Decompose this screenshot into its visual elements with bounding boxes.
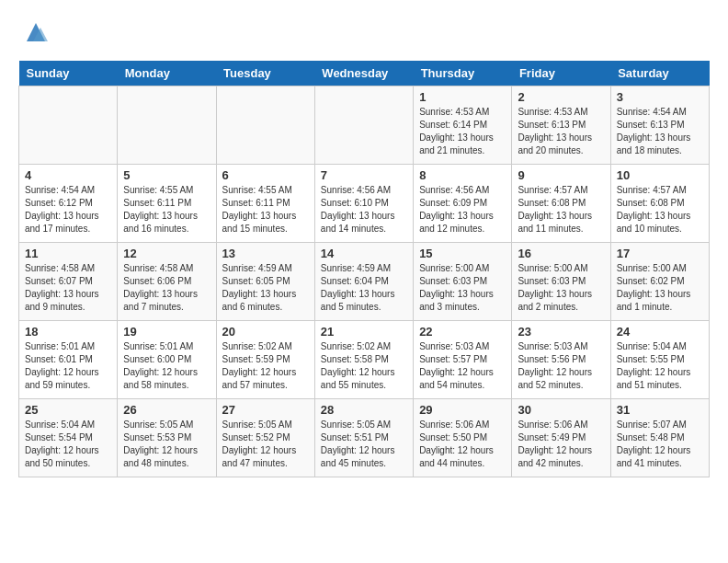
day-number: 28 (321, 403, 407, 417)
calendar-cell: 12Sunrise: 4:58 AM Sunset: 6:06 PM Dayli… (118, 243, 216, 321)
calendar-cell: 30Sunrise: 5:06 AM Sunset: 5:49 PM Dayli… (512, 399, 610, 477)
day-info: Sunrise: 4:53 AM Sunset: 6:13 PM Dayligh… (518, 106, 604, 157)
day-number: 7 (321, 168, 407, 182)
day-number: 10 (617, 168, 703, 182)
day-info: Sunrise: 4:58 AM Sunset: 6:06 PM Dayligh… (123, 262, 210, 314)
day-number: 30 (518, 403, 604, 417)
calendar-cell (314, 86, 413, 165)
day-info: Sunrise: 5:00 AM Sunset: 6:03 PM Dayligh… (518, 262, 604, 314)
calendar-week-row: 18Sunrise: 5:01 AM Sunset: 6:01 PM Dayli… (19, 321, 710, 399)
calendar-cell: 18Sunrise: 5:01 AM Sunset: 6:01 PM Dayli… (19, 321, 118, 399)
day-number: 25 (25, 403, 111, 417)
day-info: Sunrise: 4:56 AM Sunset: 6:09 PM Dayligh… (419, 184, 506, 236)
day-info: Sunrise: 4:59 AM Sunset: 6:05 PM Dayligh… (222, 262, 309, 314)
calendar-cell: 11Sunrise: 4:58 AM Sunset: 6:07 PM Dayli… (19, 243, 118, 321)
calendar-cell: 1Sunrise: 4:53 AM Sunset: 6:14 PM Daylig… (414, 86, 512, 165)
day-number: 29 (419, 403, 506, 417)
calendar-cell: 27Sunrise: 5:05 AM Sunset: 5:52 PM Dayli… (216, 399, 314, 477)
calendar-week-row: 11Sunrise: 4:58 AM Sunset: 6:07 PM Dayli… (19, 243, 710, 321)
page-header (18, 18, 710, 46)
calendar-cell: 24Sunrise: 5:04 AM Sunset: 5:55 PM Dayli… (610, 321, 709, 399)
calendar-cell: 23Sunrise: 5:03 AM Sunset: 5:56 PM Dayli… (512, 321, 610, 399)
weekday-header-saturday: Saturday (610, 61, 709, 86)
calendar-cell: 29Sunrise: 5:06 AM Sunset: 5:50 PM Dayli… (414, 399, 512, 477)
calendar-cell: 20Sunrise: 5:02 AM Sunset: 5:59 PM Dayli… (216, 321, 314, 399)
day-number: 16 (518, 247, 604, 260)
day-info: Sunrise: 5:04 AM Sunset: 5:54 PM Dayligh… (25, 419, 111, 470)
calendar-cell (216, 86, 314, 165)
day-number: 15 (419, 247, 506, 260)
calendar-week-row: 25Sunrise: 5:04 AM Sunset: 5:54 PM Dayli… (19, 399, 710, 477)
calendar-cell (19, 86, 118, 165)
weekday-header-friday: Friday (512, 61, 610, 86)
calendar-cell: 14Sunrise: 4:59 AM Sunset: 6:04 PM Dayli… (314, 243, 413, 321)
day-number: 8 (419, 168, 506, 182)
day-info: Sunrise: 5:07 AM Sunset: 5:48 PM Dayligh… (617, 419, 703, 470)
logo-icon (22, 18, 50, 46)
day-number: 3 (617, 90, 703, 104)
day-info: Sunrise: 5:02 AM Sunset: 5:59 PM Dayligh… (222, 340, 309, 392)
day-info: Sunrise: 5:01 AM Sunset: 6:01 PM Dayligh… (25, 340, 111, 392)
day-info: Sunrise: 5:05 AM Sunset: 5:51 PM Dayligh… (321, 419, 407, 470)
calendar-cell (118, 86, 216, 165)
calendar-cell: 9Sunrise: 4:57 AM Sunset: 6:08 PM Daylig… (512, 165, 610, 243)
day-number: 26 (123, 403, 210, 417)
calendar-table: SundayMondayTuesdayWednesdayThursdayFrid… (18, 61, 710, 477)
day-info: Sunrise: 5:06 AM Sunset: 5:50 PM Dayligh… (419, 419, 506, 470)
calendar-cell: 2Sunrise: 4:53 AM Sunset: 6:13 PM Daylig… (512, 86, 610, 165)
day-info: Sunrise: 5:05 AM Sunset: 5:52 PM Dayligh… (222, 419, 309, 470)
day-number: 24 (617, 325, 703, 339)
day-info: Sunrise: 5:02 AM Sunset: 5:58 PM Dayligh… (321, 340, 407, 392)
day-number: 1 (419, 90, 506, 104)
day-number: 18 (25, 325, 111, 339)
calendar-cell: 25Sunrise: 5:04 AM Sunset: 5:54 PM Dayli… (19, 399, 118, 477)
calendar-cell: 10Sunrise: 4:57 AM Sunset: 6:08 PM Dayli… (610, 165, 709, 243)
day-number: 6 (222, 168, 309, 182)
calendar-cell: 31Sunrise: 5:07 AM Sunset: 5:48 PM Dayli… (610, 399, 709, 477)
day-info: Sunrise: 5:06 AM Sunset: 5:49 PM Dayligh… (518, 419, 604, 470)
day-number: 22 (419, 325, 506, 339)
day-number: 13 (222, 247, 309, 260)
day-number: 11 (25, 247, 111, 260)
day-info: Sunrise: 4:58 AM Sunset: 6:07 PM Dayligh… (25, 262, 111, 314)
calendar-cell: 16Sunrise: 5:00 AM Sunset: 6:03 PM Dayli… (512, 243, 610, 321)
day-info: Sunrise: 4:59 AM Sunset: 6:04 PM Dayligh… (321, 262, 407, 314)
day-info: Sunrise: 4:53 AM Sunset: 6:14 PM Dayligh… (419, 106, 506, 157)
calendar-cell: 28Sunrise: 5:05 AM Sunset: 5:51 PM Dayli… (314, 399, 413, 477)
day-info: Sunrise: 4:57 AM Sunset: 6:08 PM Dayligh… (617, 184, 703, 236)
day-info: Sunrise: 5:03 AM Sunset: 5:57 PM Dayligh… (419, 340, 506, 392)
logo (18, 18, 50, 46)
weekday-header-tuesday: Tuesday (216, 61, 314, 86)
day-info: Sunrise: 4:54 AM Sunset: 6:13 PM Dayligh… (617, 106, 703, 157)
calendar-cell: 5Sunrise: 4:55 AM Sunset: 6:11 PM Daylig… (118, 165, 216, 243)
calendar-cell: 17Sunrise: 5:00 AM Sunset: 6:02 PM Dayli… (610, 243, 709, 321)
calendar-header-row: SundayMondayTuesdayWednesdayThursdayFrid… (19, 61, 710, 86)
day-number: 27 (222, 403, 309, 417)
day-info: Sunrise: 4:56 AM Sunset: 6:10 PM Dayligh… (321, 184, 407, 236)
calendar-cell: 4Sunrise: 4:54 AM Sunset: 6:12 PM Daylig… (19, 165, 118, 243)
day-info: Sunrise: 4:57 AM Sunset: 6:08 PM Dayligh… (518, 184, 604, 236)
day-info: Sunrise: 5:00 AM Sunset: 6:03 PM Dayligh… (419, 262, 506, 314)
day-number: 5 (123, 168, 210, 182)
calendar-cell: 7Sunrise: 4:56 AM Sunset: 6:10 PM Daylig… (314, 165, 413, 243)
day-number: 2 (518, 90, 604, 104)
day-info: Sunrise: 5:05 AM Sunset: 5:53 PM Dayligh… (123, 419, 210, 470)
day-number: 19 (123, 325, 210, 339)
day-number: 31 (617, 403, 703, 417)
calendar-cell: 15Sunrise: 5:00 AM Sunset: 6:03 PM Dayli… (414, 243, 512, 321)
day-number: 17 (617, 247, 703, 260)
day-info: Sunrise: 5:01 AM Sunset: 6:00 PM Dayligh… (123, 340, 210, 392)
calendar-week-row: 1Sunrise: 4:53 AM Sunset: 6:14 PM Daylig… (19, 86, 710, 165)
day-number: 23 (518, 325, 604, 339)
calendar-cell: 13Sunrise: 4:59 AM Sunset: 6:05 PM Dayli… (216, 243, 314, 321)
day-number: 9 (518, 168, 604, 182)
weekday-header-thursday: Thursday (414, 61, 512, 86)
calendar-cell: 8Sunrise: 4:56 AM Sunset: 6:09 PM Daylig… (414, 165, 512, 243)
day-number: 12 (123, 247, 210, 260)
weekday-header-monday: Monday (118, 61, 216, 86)
day-info: Sunrise: 4:55 AM Sunset: 6:11 PM Dayligh… (123, 184, 210, 236)
day-info: Sunrise: 5:04 AM Sunset: 5:55 PM Dayligh… (617, 340, 703, 392)
day-number: 14 (321, 247, 407, 260)
day-info: Sunrise: 4:54 AM Sunset: 6:12 PM Dayligh… (25, 184, 111, 236)
day-info: Sunrise: 5:03 AM Sunset: 5:56 PM Dayligh… (518, 340, 604, 392)
